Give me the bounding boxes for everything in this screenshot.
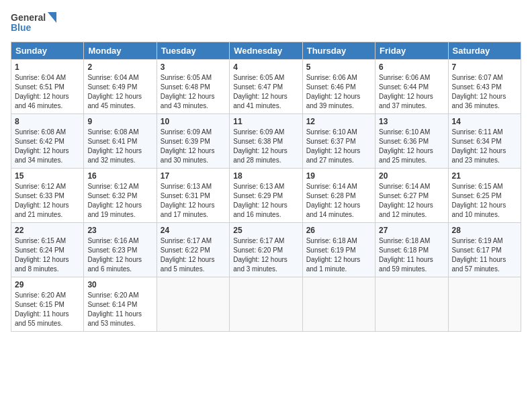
day-number: 5	[306, 62, 371, 72]
calendar-cell: 1Sunrise: 6:04 AM Sunset: 6:51 PM Daylig…	[11, 60, 84, 114]
calendar-cell: 9Sunrise: 6:08 AM Sunset: 6:41 PM Daylig…	[84, 114, 157, 169]
day-info: Sunrise: 6:04 AM Sunset: 6:49 PM Dayligh…	[87, 73, 152, 111]
calendar-cell: 12Sunrise: 6:10 AM Sunset: 6:37 PM Dayli…	[302, 114, 375, 169]
day-number: 9	[87, 117, 152, 126]
calendar-cell: 27Sunrise: 6:18 AM Sunset: 6:18 PM Dayli…	[375, 223, 448, 277]
calendar-cell: 29Sunrise: 6:20 AM Sunset: 6:15 PM Dayli…	[11, 277, 84, 332]
svg-text:General: General	[11, 12, 46, 23]
day-number: 6	[379, 62, 444, 72]
calendar-cell	[448, 277, 521, 332]
day-number: 11	[233, 117, 298, 126]
day-of-week-header: Thursday	[302, 42, 375, 60]
day-number: 8	[15, 117, 80, 126]
day-number: 28	[452, 226, 517, 235]
calendar-cell	[302, 277, 375, 332]
calendar-cell: 13Sunrise: 6:10 AM Sunset: 6:36 PM Dayli…	[375, 114, 448, 169]
calendar-cell: 19Sunrise: 6:14 AM Sunset: 6:28 PM Dayli…	[302, 169, 375, 223]
day-number: 10	[161, 117, 226, 126]
day-info: Sunrise: 6:20 AM Sunset: 6:15 PM Dayligh…	[15, 291, 80, 328]
day-number: 20	[379, 171, 444, 181]
day-info: Sunrise: 6:12 AM Sunset: 6:33 PM Dayligh…	[15, 182, 80, 220]
day-number: 25	[233, 226, 298, 235]
day-info: Sunrise: 6:16 AM Sunset: 6:23 PM Dayligh…	[87, 236, 152, 274]
day-info: Sunrise: 6:13 AM Sunset: 6:29 PM Dayligh…	[233, 182, 298, 220]
day-number: 29	[15, 280, 80, 289]
day-info: Sunrise: 6:13 AM Sunset: 6:31 PM Dayligh…	[161, 182, 226, 220]
day-number: 16	[87, 171, 152, 181]
calendar-cell: 3Sunrise: 6:05 AM Sunset: 6:48 PM Daylig…	[157, 60, 229, 114]
day-info: Sunrise: 6:06 AM Sunset: 6:46 PM Dayligh…	[306, 73, 371, 111]
calendar-cell: 20Sunrise: 6:14 AM Sunset: 6:27 PM Dayli…	[375, 169, 448, 223]
day-number: 27	[379, 226, 444, 235]
day-of-week-header: Tuesday	[157, 42, 229, 60]
calendar-cell: 14Sunrise: 6:11 AM Sunset: 6:34 PM Dayli…	[448, 114, 521, 169]
calendar-cell: 28Sunrise: 6:19 AM Sunset: 6:17 PM Dayli…	[448, 223, 521, 277]
day-of-week-header: Saturday	[448, 42, 521, 60]
day-of-week-header: Sunday	[11, 42, 84, 60]
day-number: 4	[233, 62, 298, 72]
day-info: Sunrise: 6:06 AM Sunset: 6:44 PM Dayligh…	[379, 73, 444, 111]
calendar-cell	[375, 277, 448, 332]
calendar-cell: 5Sunrise: 6:06 AM Sunset: 6:46 PM Daylig…	[302, 60, 375, 114]
day-number: 15	[15, 171, 80, 181]
calendar-cell: 24Sunrise: 6:17 AM Sunset: 6:22 PM Dayli…	[157, 223, 229, 277]
day-number: 13	[379, 117, 444, 126]
calendar-cell: 8Sunrise: 6:08 AM Sunset: 6:42 PM Daylig…	[11, 114, 84, 169]
day-info: Sunrise: 6:05 AM Sunset: 6:48 PM Dayligh…	[161, 73, 226, 111]
day-info: Sunrise: 6:08 AM Sunset: 6:42 PM Dayligh…	[15, 128, 80, 165]
day-info: Sunrise: 6:15 AM Sunset: 6:25 PM Dayligh…	[452, 182, 517, 220]
day-number: 22	[15, 226, 80, 235]
day-info: Sunrise: 6:20 AM Sunset: 6:14 PM Dayligh…	[87, 291, 152, 328]
day-info: Sunrise: 6:18 AM Sunset: 6:19 PM Dayligh…	[306, 236, 371, 274]
day-info: Sunrise: 6:10 AM Sunset: 6:37 PM Dayligh…	[306, 128, 371, 165]
day-info: Sunrise: 6:17 AM Sunset: 6:20 PM Dayligh…	[233, 236, 298, 274]
day-number: 2	[87, 62, 152, 72]
day-number: 17	[161, 171, 226, 181]
day-info: Sunrise: 6:09 AM Sunset: 6:39 PM Dayligh…	[161, 128, 226, 165]
calendar-cell: 26Sunrise: 6:18 AM Sunset: 6:19 PM Dayli…	[302, 223, 375, 277]
calendar-cell: 2Sunrise: 6:04 AM Sunset: 6:49 PM Daylig…	[84, 60, 157, 114]
calendar-cell	[157, 277, 229, 332]
day-info: Sunrise: 6:07 AM Sunset: 6:43 PM Dayligh…	[452, 73, 517, 111]
day-number: 26	[306, 226, 371, 235]
calendar-cell: 6Sunrise: 6:06 AM Sunset: 6:44 PM Daylig…	[375, 60, 448, 114]
day-of-week-header: Wednesday	[230, 42, 302, 60]
day-number: 14	[452, 117, 517, 126]
calendar-cell: 18Sunrise: 6:13 AM Sunset: 6:29 PM Dayli…	[230, 169, 302, 223]
day-number: 30	[87, 280, 152, 289]
day-info: Sunrise: 6:19 AM Sunset: 6:17 PM Dayligh…	[452, 236, 517, 274]
day-info: Sunrise: 6:14 AM Sunset: 6:27 PM Dayligh…	[379, 182, 444, 220]
day-info: Sunrise: 6:14 AM Sunset: 6:28 PM Dayligh…	[306, 182, 371, 220]
day-info: Sunrise: 6:09 AM Sunset: 6:38 PM Dayligh…	[233, 128, 298, 165]
day-info: Sunrise: 6:10 AM Sunset: 6:36 PM Dayligh…	[379, 128, 444, 165]
calendar-cell: 25Sunrise: 6:17 AM Sunset: 6:20 PM Dayli…	[230, 223, 302, 277]
day-of-week-header: Friday	[375, 42, 448, 60]
svg-marker-0	[48, 12, 56, 23]
day-number: 24	[161, 226, 226, 235]
day-info: Sunrise: 6:05 AM Sunset: 6:47 PM Dayligh…	[233, 73, 298, 111]
calendar-cell: 7Sunrise: 6:07 AM Sunset: 6:43 PM Daylig…	[448, 60, 521, 114]
logo: GeneralBlue	[11, 11, 58, 35]
day-info: Sunrise: 6:18 AM Sunset: 6:18 PM Dayligh…	[379, 236, 444, 274]
day-info: Sunrise: 6:04 AM Sunset: 6:51 PM Dayligh…	[15, 73, 80, 111]
day-number: 21	[452, 171, 517, 181]
day-number: 12	[306, 117, 371, 126]
calendar-cell: 4Sunrise: 6:05 AM Sunset: 6:47 PM Daylig…	[230, 60, 302, 114]
calendar-cell	[230, 277, 302, 332]
calendar-cell: 22Sunrise: 6:15 AM Sunset: 6:24 PM Dayli…	[11, 223, 84, 277]
day-info: Sunrise: 6:17 AM Sunset: 6:22 PM Dayligh…	[161, 236, 226, 274]
calendar-cell: 15Sunrise: 6:12 AM Sunset: 6:33 PM Dayli…	[11, 169, 84, 223]
calendar-cell: 11Sunrise: 6:09 AM Sunset: 6:38 PM Dayli…	[230, 114, 302, 169]
day-number: 23	[87, 226, 152, 235]
svg-text:Blue: Blue	[11, 22, 32, 33]
calendar-cell: 30Sunrise: 6:20 AM Sunset: 6:14 PM Dayli…	[84, 277, 157, 332]
day-number: 1	[15, 62, 80, 72]
calendar-cell: 17Sunrise: 6:13 AM Sunset: 6:31 PM Dayli…	[157, 169, 229, 223]
day-number: 19	[306, 171, 371, 181]
calendar-cell: 10Sunrise: 6:09 AM Sunset: 6:39 PM Dayli…	[157, 114, 229, 169]
day-info: Sunrise: 6:15 AM Sunset: 6:24 PM Dayligh…	[15, 236, 80, 274]
day-number: 18	[233, 171, 298, 181]
day-number: 7	[452, 62, 517, 72]
day-number: 3	[161, 62, 226, 72]
day-info: Sunrise: 6:11 AM Sunset: 6:34 PM Dayligh…	[452, 128, 517, 165]
